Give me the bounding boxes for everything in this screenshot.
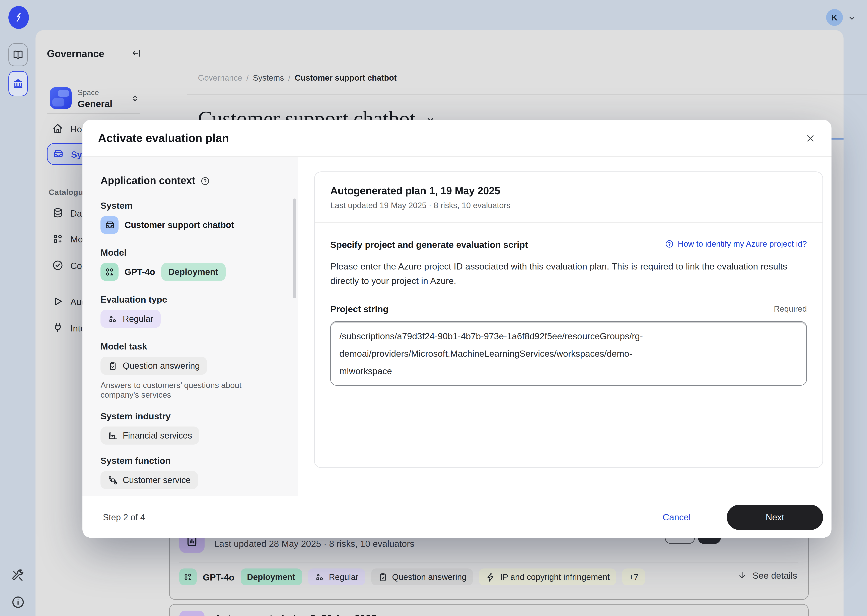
- help-circle-icon: [665, 239, 674, 248]
- systems-icon: [52, 148, 64, 160]
- card-divider: [179, 562, 798, 563]
- breadcrumb-separator: /: [247, 73, 249, 82]
- modal-footer: Step 2 of 4 Cancel Next: [82, 496, 831, 538]
- space-label: Space: [78, 88, 99, 97]
- home-icon: [52, 123, 64, 135]
- space-switcher-icon[interactable]: [130, 94, 140, 103]
- modal-header: Activate evaluation plan: [82, 120, 831, 157]
- avatar-chevron-down-icon[interactable]: [847, 13, 857, 23]
- model-name: GPT-4o: [203, 572, 234, 582]
- task-chip: Question answering: [371, 569, 473, 585]
- model-value: GPT-4o: [124, 267, 155, 277]
- breadcrumb-current: Customer support chatbot: [295, 73, 397, 82]
- clipboard-check-icon: [108, 361, 118, 371]
- azure-help-link[interactable]: How to identify my Azure project id?: [665, 239, 807, 248]
- sidebar-section-catalogue: Catalogue: [49, 188, 88, 197]
- breadcrumb-separator: /: [288, 73, 291, 82]
- close-icon[interactable]: [805, 133, 816, 144]
- chevron-down-icon[interactable]: [383, 614, 392, 616]
- model-task-label: Model task: [101, 341, 282, 351]
- play-icon: [52, 295, 64, 307]
- logo-lightning-icon: [13, 11, 25, 24]
- space-name: General: [78, 99, 112, 110]
- plan2-title-row: Autogenerated plan 2, 22 Apr 2025: [214, 613, 392, 616]
- rail-governance-button[interactable]: [8, 71, 28, 96]
- avatar-initial: K: [831, 13, 837, 22]
- header-divider: [187, 94, 867, 95]
- plug-icon: [52, 322, 64, 334]
- book-icon: [12, 49, 24, 61]
- system-function-row: Customer service: [101, 471, 282, 489]
- specify-title: Specify project and generate evaluation …: [330, 239, 528, 250]
- plan1-updated: Last updated 28 May 2025 · 8 risks, 10 e…: [214, 538, 414, 548]
- model-task-description: Answers to customers’ questions about co…: [101, 381, 281, 400]
- avatar[interactable]: K: [826, 9, 843, 26]
- systems-icon: [104, 219, 115, 231]
- plan-card-body: Specify project and generate evaluation …: [315, 223, 823, 386]
- next-button[interactable]: Next: [727, 504, 823, 530]
- space-icon: [50, 87, 72, 109]
- eval-type-row: Regular: [101, 310, 282, 328]
- app-logo[interactable]: [8, 6, 29, 29]
- system-row: Customer support chatbot: [101, 216, 282, 234]
- model-icon-badge: [101, 263, 119, 281]
- model-task-pill: Question answering: [101, 357, 207, 375]
- project-string-input[interactable]: /subscriptions/a79d3f24-90b1-4b7b-973e-1…: [330, 321, 807, 386]
- system-industry-label: System industry: [101, 411, 282, 421]
- system-icon-badge: [101, 216, 119, 234]
- report-icon: [179, 611, 204, 616]
- eval-type-label: Evaluation type: [101, 294, 282, 304]
- model-label: Model: [101, 247, 282, 258]
- info-icon[interactable]: [11, 595, 25, 610]
- plan-panel: Autogenerated plan 1, 19 May 2025 Last u…: [298, 157, 831, 496]
- application-context-panel: Application context System Customer supp…: [82, 157, 298, 496]
- specify-row: Specify project and generate evaluation …: [330, 239, 807, 250]
- factory-icon: [108, 431, 118, 441]
- breadcrumb: Governance / Systems / Customer support …: [198, 73, 397, 82]
- database-icon: [52, 207, 64, 219]
- eval-type-pill: Regular: [101, 310, 160, 328]
- footer-actions: Cancel Next: [663, 504, 823, 530]
- lightning-icon: [486, 572, 496, 582]
- shapes-icon: [108, 314, 118, 324]
- plan-description: Please enter the Azure project ID associ…: [330, 259, 807, 288]
- models-icon: [52, 233, 64, 245]
- see-details-link[interactable]: See details: [737, 570, 797, 580]
- context-heading: Application context: [101, 175, 195, 187]
- model-icon: [183, 572, 193, 582]
- help-circle-icon[interactable]: [200, 176, 210, 186]
- tools-icon[interactable]: [11, 569, 25, 583]
- sidebar-divider: [47, 113, 140, 114]
- model-icon: [104, 266, 115, 278]
- activate-evaluation-plan-modal: Activate evaluation plan Application con…: [82, 120, 831, 538]
- model-row: GPT-4o Deployment: [101, 263, 282, 281]
- app-window: K Governance Space General Home Systems …: [0, 0, 867, 616]
- system-function-label: System function: [101, 456, 282, 466]
- context-heading-row: Application context: [101, 175, 282, 187]
- clipboard-check-icon: [378, 572, 388, 582]
- sidebar-collapse-icon[interactable]: [131, 48, 141, 58]
- workflow-icon: [108, 475, 118, 485]
- eval-type-chip: Regular: [308, 569, 365, 585]
- system-value: Customer support chatbot: [124, 220, 234, 230]
- model-task-row: Question answering: [101, 357, 282, 375]
- system-industry-row: Financial services: [101, 426, 282, 445]
- plan-title: Autogenerated plan 1, 19 May 2025: [330, 185, 807, 197]
- system-label: System: [101, 200, 282, 211]
- step-indicator: Step 2 of 4: [103, 512, 145, 522]
- system-function-pill: Customer service: [101, 471, 198, 489]
- sidebar-title: Governance: [47, 48, 104, 60]
- bank-icon: [12, 78, 24, 90]
- left-panel-scrollbar[interactable]: [293, 198, 296, 299]
- system-industry-pill: Financial services: [101, 426, 199, 445]
- cancel-button[interactable]: Cancel: [663, 512, 691, 522]
- breadcrumb-governance[interactable]: Governance: [198, 73, 242, 82]
- check-circle-icon: [52, 259, 64, 271]
- deployment-badge: Deployment: [161, 263, 225, 281]
- required-badge: Required: [774, 304, 807, 313]
- rail-docs-button[interactable]: [8, 43, 28, 66]
- breadcrumb-systems[interactable]: Systems: [253, 73, 284, 82]
- plan-card-2: Autogenerated plan 2, 22 Apr 2025: [169, 604, 809, 616]
- model-chip-icon: [179, 569, 197, 585]
- risk-chip: IP and copyright infringement: [479, 569, 616, 585]
